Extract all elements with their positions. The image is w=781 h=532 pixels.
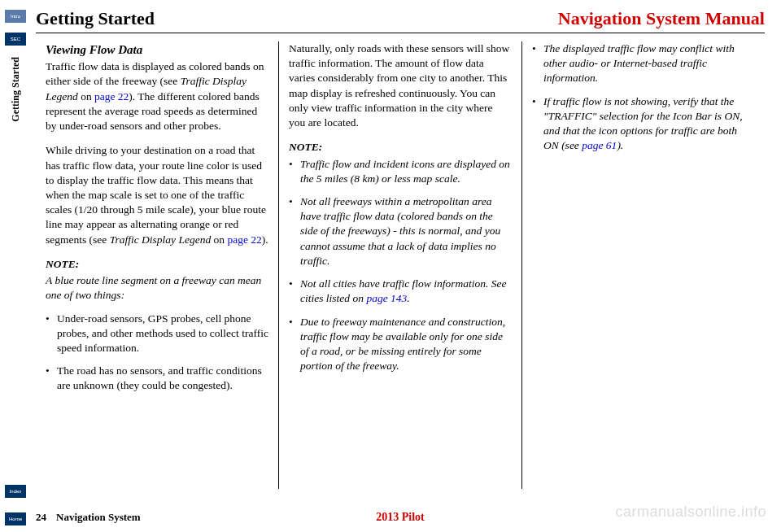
list-item: •Due to freeway maintenance and construc… [289, 315, 512, 374]
text: on [78, 90, 94, 102]
list-text: The displayed traffic flow may conflict … [543, 41, 755, 86]
paragraph: While driving to your destination on a r… [46, 143, 268, 247]
text: ). [617, 139, 623, 151]
bullet-icon: • [289, 157, 300, 186]
sidebar-home-button[interactable]: Home [5, 512, 26, 525]
text: While driving to your destination on a r… [46, 144, 266, 245]
sidebar-section-label: Getting Started [10, 57, 22, 122]
list-item: •Not all cities have traffic flow inform… [289, 277, 512, 306]
column-1: Viewing Flow Data Traffic flow data is d… [36, 41, 278, 489]
footer-model: 2013 Pilot [376, 511, 425, 524]
list-text: Under-road sensors, GPS probes, cell pho… [57, 312, 268, 356]
text: If traffic flow is not showing, verify t… [543, 95, 743, 152]
note-label: NOTE: [46, 257, 268, 272]
bullet-list: •Traffic flow and incident icons are dis… [289, 157, 512, 374]
page-link[interactable]: page 22 [227, 233, 261, 246]
sidebar-index-button[interactable]: Index [5, 485, 26, 498]
watermark: carmanualsonline.info [615, 504, 766, 521]
text: . [407, 292, 409, 304]
content-columns: Viewing Flow Data Traffic flow data is d… [36, 41, 765, 489]
header-manual-title: Navigation System Manual [558, 8, 765, 29]
bullet-icon: • [289, 194, 300, 268]
list-item: •Under-road sensors, GPS probes, cell ph… [46, 312, 268, 356]
list-item: •Not all freeways within a metropolitan … [289, 194, 512, 268]
bullet-icon: • [289, 315, 300, 374]
footer-title: Navigation System [56, 511, 141, 524]
header-section-title: Getting Started [36, 8, 155, 29]
sidebar-nav: Intro SEC Getting Started Index Home [0, 0, 31, 532]
list-text: Not all freeways within a metropolitan a… [300, 194, 512, 268]
list-item: •The road has no sensors, and traffic co… [46, 364, 268, 393]
bullet-icon: • [532, 41, 543, 86]
bullet-icon: • [532, 94, 543, 154]
sidebar-sec-button[interactable]: SEC [5, 33, 26, 46]
text: on [211, 233, 227, 246]
bullet-list: •Under-road sensors, GPS probes, cell ph… [46, 312, 268, 394]
list-text: Traffic flow and incident icons are disp… [300, 157, 512, 186]
column-2: Naturally, only roads with these sensors… [278, 41, 521, 489]
section-heading: Viewing Flow Data [46, 41, 268, 58]
bullet-icon: • [46, 312, 57, 356]
list-text: The road has no sensors, and traffic con… [57, 364, 268, 393]
page-body: Getting Started Navigation System Manual… [36, 8, 765, 524]
list-item: •Traffic flow and incident icons are dis… [289, 157, 512, 186]
page-header: Getting Started Navigation System Manual [36, 8, 765, 33]
note-label: NOTE: [289, 140, 512, 155]
note-text: A blue route line segment on a freeway c… [46, 273, 268, 303]
column-3: •The displayed traffic flow may conflict… [521, 41, 765, 489]
bullet-list: •The displayed traffic flow may conflict… [532, 41, 755, 154]
bullet-icon: • [46, 364, 57, 393]
list-item: •The displayed traffic flow may conflict… [532, 41, 755, 86]
sidebar-intro-button[interactable]: Intro [5, 10, 26, 23]
list-text: Not all cities have traffic flow informa… [300, 277, 512, 306]
list-text: If traffic flow is not showing, verify t… [543, 94, 755, 154]
reference-text: Traffic Display Legend [110, 233, 212, 246]
page-number: 24 [36, 511, 46, 524]
list-item: •If traffic flow is not showing, verify … [532, 94, 755, 154]
text: ). [262, 233, 268, 246]
bullet-icon: • [289, 277, 300, 306]
page-link[interactable]: page 22 [94, 90, 129, 102]
page-link[interactable]: page 143 [366, 292, 407, 304]
list-text: Due to freeway maintenance and construct… [300, 315, 512, 374]
paragraph: Traffic flow data is displayed as colore… [46, 59, 268, 133]
paragraph: Naturally, only roads with these sensors… [289, 41, 512, 130]
page-link[interactable]: page 61 [582, 139, 617, 151]
